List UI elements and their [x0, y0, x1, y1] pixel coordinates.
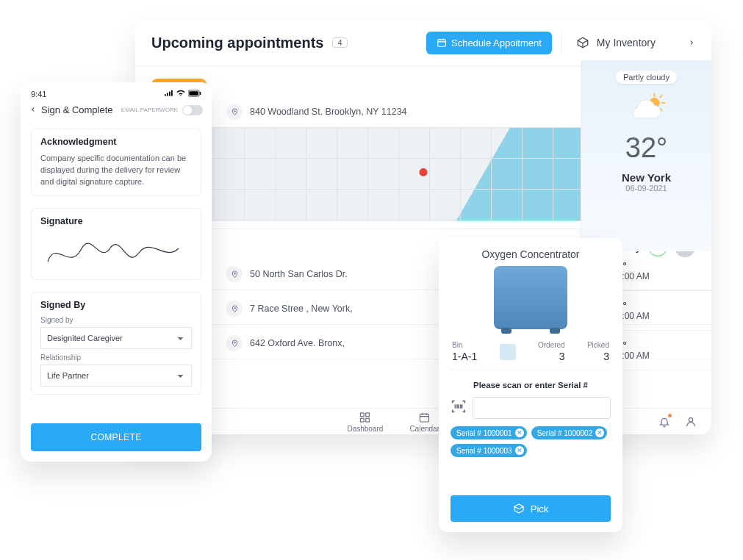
svg-rect-27	[165, 94, 166, 96]
screen-title: Sign & Complete	[41, 104, 113, 115]
appointment-address: 7 Race Stree , New York,	[250, 304, 353, 314]
svg-point-1	[234, 110, 235, 112]
back-button[interactable]	[29, 104, 37, 115]
picker-title: Oxygen Concentrator	[451, 248, 611, 260]
status-bar-icons	[165, 90, 201, 98]
serial-chip[interactable]: Serial # 1000002✕	[531, 426, 608, 439]
signature-scribble-icon	[40, 237, 187, 269]
barcode-icon	[451, 398, 467, 414]
serial-chip[interactable]: Serial # 1000003✕	[451, 444, 527, 457]
bin-label: Bin	[452, 341, 462, 349]
bin-value: 1-A-1	[452, 351, 477, 362]
serial-input[interactable]	[473, 397, 611, 419]
scan-instruction: Please scan or enter Serial #	[451, 381, 611, 390]
chip-remove-icon[interactable]: ✕	[515, 428, 524, 437]
pick-button[interactable]: Pick	[451, 495, 611, 522]
weather-temp: 32°	[625, 132, 667, 164]
map-pin-icon	[226, 266, 243, 282]
wifi-icon	[176, 90, 186, 97]
svg-point-2	[234, 273, 235, 274]
svg-line-13	[660, 96, 662, 98]
weather-summary: Partly cloudy	[616, 71, 677, 84]
svg-rect-30	[171, 90, 173, 96]
svg-rect-28	[167, 93, 168, 96]
weather-city: New York	[622, 171, 671, 184]
user-icon	[685, 416, 697, 428]
chip-remove-icon[interactable]: ✕	[515, 446, 524, 455]
device-image	[494, 266, 567, 329]
signal-icon	[165, 90, 173, 97]
map-pin-icon	[226, 104, 243, 120]
appointment-address: 840 Woodland St. Brooklyn, NY 11234	[250, 107, 407, 117]
package-icon	[576, 36, 589, 49]
signed-by-select[interactable]: Designited Caregiver	[40, 327, 192, 349]
picked-value: 3	[587, 351, 609, 362]
email-paperwork-label: EMAIL PAPERWORK	[121, 107, 178, 113]
map-pin-icon	[226, 335, 243, 351]
svg-rect-29	[169, 92, 171, 96]
appointment-address: 642 Oxford Ave. Bronx,	[250, 338, 345, 348]
status-bar-time: 9:41	[31, 90, 46, 98]
box-icon	[513, 503, 525, 514]
chevron-left-icon	[29, 106, 37, 113]
signed-by-card: Signed By Signed by Designited Caregiver…	[31, 292, 201, 395]
page-title: Upcoming appointments	[151, 35, 323, 51]
acknowledgment-card: Acknowledgment Company specific document…	[31, 129, 201, 196]
svg-point-26	[689, 417, 692, 421]
my-inventory-link[interactable]: My Inventory	[561, 31, 695, 54]
ordered-label: Ordered	[538, 341, 565, 349]
picked-label: Picked	[587, 341, 609, 349]
schedule-appointment-label: Schedule Appoitment	[451, 37, 542, 49]
weather-date: 06-09-2021	[625, 184, 667, 193]
ordered-value: 3	[538, 351, 565, 362]
relationship-select[interactable]: Life Partner	[40, 365, 192, 387]
appointment-count-badge: 4	[332, 37, 347, 48]
pattern-swatch-icon	[500, 344, 516, 360]
svg-rect-0	[438, 40, 446, 46]
serial-chip[interactable]: Serial # 1000001✕	[451, 426, 527, 439]
notification-dot-icon	[668, 414, 672, 417]
map-pin-icon	[226, 301, 243, 317]
complete-button[interactable]: COMPLETE	[31, 423, 201, 451]
weather-partly-cloudy-icon	[626, 91, 667, 125]
battery-icon	[188, 90, 201, 97]
appointment-address: 50 North San Carlos Dr.	[250, 269, 348, 279]
profile-button[interactable]	[681, 412, 701, 432]
calendar-plus-icon	[437, 37, 447, 48]
svg-point-4	[234, 342, 235, 343]
svg-rect-33	[200, 92, 201, 95]
bell-icon	[658, 416, 670, 428]
notifications-button[interactable]	[654, 412, 675, 432]
email-paperwork-toggle[interactable]	[182, 105, 203, 115]
schedule-appointment-button[interactable]: Schedule Appoitment	[426, 32, 552, 54]
signature-card[interactable]: Signature	[31, 208, 201, 280]
chevron-right-icon	[688, 37, 695, 49]
mobile-sign-complete: 9:41 Sign & Complete EMAIL PAPERWORK Ack…	[21, 82, 212, 462]
barcode-scan-button[interactable]	[451, 398, 467, 417]
item-picker: Oxygen Concentrator Bin 1-A-1 Ordered 3 …	[439, 238, 622, 532]
svg-point-3	[234, 307, 235, 309]
dashboard-window: Upcoming appointments 4 Schedule Appoitm…	[135, 19, 711, 434]
svg-rect-32	[189, 91, 198, 96]
chip-remove-icon[interactable]: ✕	[595, 428, 604, 437]
